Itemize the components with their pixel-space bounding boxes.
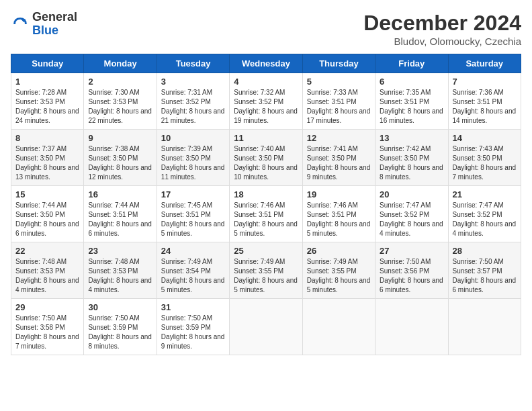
page-header: General Blue December 2024 Bludov, Olomo… xyxy=(11,11,521,47)
day-number: 19 xyxy=(307,189,371,199)
day-22: 22 Sunrise: 7:48 AM Sunset: 3:53 PM Dayl… xyxy=(11,242,84,299)
day-13: 13 Sunrise: 7:42 AM Sunset: 3:50 PM Dayl… xyxy=(375,130,448,186)
day-info: Sunrise: 7:40 AM Sunset: 3:50 PM Dayligh… xyxy=(234,144,298,182)
calendar-header-row: Sunday Monday Tuesday Wednesday Thursday… xyxy=(11,54,521,73)
location-subtitle: Bludov, Olomoucky, Czechia xyxy=(363,36,521,47)
day-18: 18 Sunrise: 7:46 AM Sunset: 3:51 PM Dayl… xyxy=(230,186,302,242)
day-26: 26 Sunrise: 7:49 AM Sunset: 3:55 PM Dayl… xyxy=(302,242,375,299)
day-30: 30 Sunrise: 7:50 AM Sunset: 3:59 PM Dayl… xyxy=(84,299,157,355)
day-19: 19 Sunrise: 7:46 AM Sunset: 3:51 PM Dayl… xyxy=(302,186,375,242)
day-number: 7 xyxy=(453,77,517,87)
day-info: Sunrise: 7:38 AM Sunset: 3:50 PM Dayligh… xyxy=(88,144,152,182)
day-6: 6 Sunrise: 7:35 AM Sunset: 3:51 PM Dayli… xyxy=(375,73,448,130)
day-info: Sunrise: 7:47 AM Sunset: 3:52 PM Dayligh… xyxy=(380,201,443,238)
day-info: Sunrise: 7:50 AM Sunset: 3:59 PM Dayligh… xyxy=(161,314,225,351)
day-9: 9 Sunrise: 7:38 AM Sunset: 3:50 PM Dayli… xyxy=(84,130,157,186)
day-number: 24 xyxy=(161,246,225,256)
empty-cell xyxy=(302,299,375,355)
day-info: Sunrise: 7:39 AM Sunset: 3:50 PM Dayligh… xyxy=(161,144,225,182)
day-number: 16 xyxy=(88,189,152,199)
day-number: 21 xyxy=(453,189,517,199)
day-4: 4 Sunrise: 7:32 AM Sunset: 3:52 PM Dayli… xyxy=(230,73,302,130)
day-27: 27 Sunrise: 7:50 AM Sunset: 3:56 PM Dayl… xyxy=(375,242,448,299)
day-number: 6 xyxy=(380,77,443,87)
day-3: 3 Sunrise: 7:31 AM Sunset: 3:52 PM Dayli… xyxy=(157,73,229,130)
day-info: Sunrise: 7:46 AM Sunset: 3:51 PM Dayligh… xyxy=(234,201,298,238)
col-monday: Monday xyxy=(84,54,157,73)
day-23: 23 Sunrise: 7:48 AM Sunset: 3:53 PM Dayl… xyxy=(84,242,157,299)
day-number: 25 xyxy=(234,246,298,256)
day-10: 10 Sunrise: 7:39 AM Sunset: 3:50 PM Dayl… xyxy=(157,130,229,186)
day-number: 20 xyxy=(380,189,443,199)
day-info: Sunrise: 7:33 AM Sunset: 3:51 PM Dayligh… xyxy=(307,88,371,126)
day-info: Sunrise: 7:50 AM Sunset: 3:58 PM Dayligh… xyxy=(15,314,79,351)
day-14: 14 Sunrise: 7:43 AM Sunset: 3:50 PM Dayl… xyxy=(448,130,521,186)
title-block: December 2024 Bludov, Olomoucky, Czechia xyxy=(363,11,521,47)
day-20: 20 Sunrise: 7:47 AM Sunset: 3:52 PM Dayl… xyxy=(375,186,448,242)
day-number: 3 xyxy=(161,77,225,87)
day-info: Sunrise: 7:48 AM Sunset: 3:53 PM Dayligh… xyxy=(15,257,79,295)
day-number: 2 xyxy=(88,77,152,87)
col-sunday: Sunday xyxy=(11,54,84,73)
day-24: 24 Sunrise: 7:49 AM Sunset: 3:54 PM Dayl… xyxy=(157,242,229,299)
day-info: Sunrise: 7:50 AM Sunset: 3:57 PM Dayligh… xyxy=(453,257,517,295)
day-info: Sunrise: 7:45 AM Sunset: 3:51 PM Dayligh… xyxy=(161,201,225,238)
day-number: 15 xyxy=(15,189,79,199)
empty-cell xyxy=(448,299,521,355)
empty-cell xyxy=(230,299,302,355)
day-info: Sunrise: 7:50 AM Sunset: 3:56 PM Dayligh… xyxy=(380,257,443,295)
day-number: 30 xyxy=(88,302,152,312)
day-info: Sunrise: 7:49 AM Sunset: 3:55 PM Dayligh… xyxy=(234,257,298,295)
day-info: Sunrise: 7:35 AM Sunset: 3:51 PM Dayligh… xyxy=(380,88,443,126)
col-saturday: Saturday xyxy=(448,54,521,73)
day-info: Sunrise: 7:49 AM Sunset: 3:54 PM Dayligh… xyxy=(161,257,225,295)
day-number: 9 xyxy=(88,133,152,143)
day-number: 4 xyxy=(234,77,298,87)
day-17: 17 Sunrise: 7:45 AM Sunset: 3:51 PM Dayl… xyxy=(157,186,229,242)
day-info: Sunrise: 7:37 AM Sunset: 3:50 PM Dayligh… xyxy=(15,144,79,182)
day-number: 28 xyxy=(453,246,517,256)
day-number: 27 xyxy=(380,246,443,256)
day-number: 10 xyxy=(161,133,225,143)
day-number: 26 xyxy=(307,246,371,256)
day-number: 5 xyxy=(307,77,371,87)
day-info: Sunrise: 7:31 AM Sunset: 3:52 PM Dayligh… xyxy=(161,88,225,126)
day-number: 11 xyxy=(234,133,298,143)
col-tuesday: Tuesday xyxy=(157,54,229,73)
day-info: Sunrise: 7:42 AM Sunset: 3:50 PM Dayligh… xyxy=(380,144,443,182)
logo-blue: Blue xyxy=(32,24,58,37)
day-info: Sunrise: 7:32 AM Sunset: 3:52 PM Dayligh… xyxy=(234,88,298,126)
day-number: 1 xyxy=(15,77,79,87)
day-21: 21 Sunrise: 7:47 AM Sunset: 3:52 PM Dayl… xyxy=(448,186,521,242)
day-11: 11 Sunrise: 7:40 AM Sunset: 3:50 PM Dayl… xyxy=(230,130,302,186)
day-info: Sunrise: 7:43 AM Sunset: 3:50 PM Dayligh… xyxy=(453,144,517,182)
logo-text: General Blue xyxy=(32,11,77,38)
day-number: 8 xyxy=(15,133,79,143)
day-info: Sunrise: 7:48 AM Sunset: 3:53 PM Dayligh… xyxy=(88,257,152,295)
day-info: Sunrise: 7:36 AM Sunset: 3:51 PM Dayligh… xyxy=(453,88,517,126)
day-2: 2 Sunrise: 7:30 AM Sunset: 3:53 PM Dayli… xyxy=(84,73,157,130)
day-number: 13 xyxy=(380,133,443,143)
col-friday: Friday xyxy=(375,54,448,73)
calendar-table: Sunday Monday Tuesday Wednesday Thursday… xyxy=(11,54,521,355)
day-info: Sunrise: 7:46 AM Sunset: 3:51 PM Dayligh… xyxy=(307,201,371,238)
col-wednesday: Wednesday xyxy=(230,54,302,73)
day-25: 25 Sunrise: 7:49 AM Sunset: 3:55 PM Dayl… xyxy=(230,242,302,299)
day-info: Sunrise: 7:41 AM Sunset: 3:50 PM Dayligh… xyxy=(307,144,371,182)
day-5: 5 Sunrise: 7:33 AM Sunset: 3:51 PM Dayli… xyxy=(302,73,375,130)
day-info: Sunrise: 7:30 AM Sunset: 3:53 PM Dayligh… xyxy=(88,88,152,126)
logo-icon xyxy=(11,15,30,34)
day-info: Sunrise: 7:44 AM Sunset: 3:50 PM Dayligh… xyxy=(15,201,79,238)
day-number: 12 xyxy=(307,133,371,143)
day-info: Sunrise: 7:49 AM Sunset: 3:55 PM Dayligh… xyxy=(307,257,371,295)
day-8: 8 Sunrise: 7:37 AM Sunset: 3:50 PM Dayli… xyxy=(11,130,84,186)
day-29: 29 Sunrise: 7:50 AM Sunset: 3:58 PM Dayl… xyxy=(11,299,84,355)
day-number: 17 xyxy=(161,189,225,199)
day-info: Sunrise: 7:44 AM Sunset: 3:51 PM Dayligh… xyxy=(88,201,152,238)
day-7: 7 Sunrise: 7:36 AM Sunset: 3:51 PM Dayli… xyxy=(448,73,521,130)
day-info: Sunrise: 7:50 AM Sunset: 3:59 PM Dayligh… xyxy=(88,314,152,351)
col-thursday: Thursday xyxy=(302,54,375,73)
day-number: 14 xyxy=(453,133,517,143)
day-info: Sunrise: 7:28 AM Sunset: 3:53 PM Dayligh… xyxy=(15,88,79,126)
day-16: 16 Sunrise: 7:44 AM Sunset: 3:51 PM Dayl… xyxy=(84,186,157,242)
